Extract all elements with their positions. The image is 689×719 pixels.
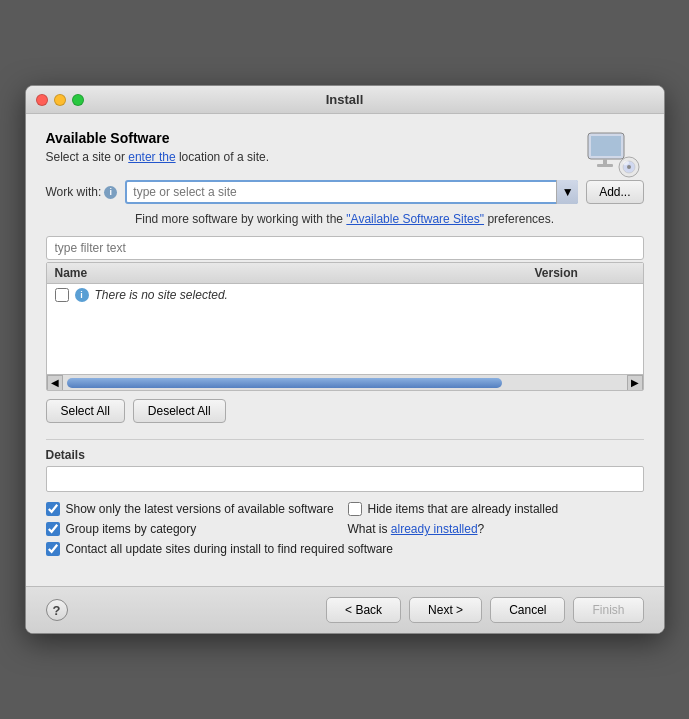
row-text: There is no site selected. xyxy=(95,288,228,302)
table-body: i There is no site selected. xyxy=(47,284,643,374)
back-button[interactable]: < Back xyxy=(326,597,401,623)
scroll-left-arrow[interactable]: ◀ xyxy=(47,375,63,391)
checkbox-row-3: Group items by category xyxy=(46,522,342,536)
svg-rect-3 xyxy=(597,164,613,167)
sites-prefix: Find more software by working with the xyxy=(135,212,343,226)
select-buttons-row: Select All Deselect All xyxy=(46,391,644,431)
already-installed-text: What is already installed? xyxy=(348,522,485,536)
row-info-icon: i xyxy=(75,288,89,302)
titlebar: Install xyxy=(26,86,664,114)
divider-1 xyxy=(46,439,644,440)
checkbox-row-5: Contact all update sites during install … xyxy=(46,542,644,556)
details-box xyxy=(46,466,644,492)
chevron-down-icon: ▼ xyxy=(562,185,574,199)
close-button[interactable] xyxy=(36,94,48,106)
table-header: Name Version xyxy=(47,263,643,284)
checkbox-contact-update-sites[interactable] xyxy=(46,542,60,556)
traffic-lights xyxy=(36,94,84,106)
maximize-button[interactable] xyxy=(72,94,84,106)
checkbox-row-1: Show only the latest versions of availab… xyxy=(46,502,342,516)
subtitle-plain: Select a site or xyxy=(46,150,129,164)
help-button[interactable]: ? xyxy=(46,599,68,621)
deselect-all-button[interactable]: Deselect All xyxy=(133,399,226,423)
minimize-button[interactable] xyxy=(54,94,66,106)
svg-rect-1 xyxy=(591,136,621,156)
dropdown-arrow[interactable]: ▼ xyxy=(556,180,578,204)
main-content: Available Software Select a site or ente… xyxy=(26,114,664,586)
info-badge: i xyxy=(104,186,117,199)
row-checkbox[interactable] xyxy=(55,288,69,302)
scrollbar-track[interactable] xyxy=(67,378,611,388)
header-section: Available Software Select a site or ente… xyxy=(46,130,644,180)
checkbox-latest-versions[interactable] xyxy=(46,502,60,516)
section-title: Available Software xyxy=(46,130,269,146)
section-subtitle: Select a site or enter the location of a… xyxy=(46,150,269,164)
svg-point-6 xyxy=(627,165,631,169)
checkbox-row-2: Hide items that are already installed xyxy=(348,502,644,516)
scrollbar-thumb[interactable] xyxy=(67,378,502,388)
cancel-button[interactable]: Cancel xyxy=(490,597,565,623)
install-window: Install Available Software Select a site… xyxy=(25,85,665,634)
checkboxes-section: Show only the latest versions of availab… xyxy=(46,502,644,556)
site-input[interactable] xyxy=(125,180,578,204)
subtitle-link[interactable]: enter the xyxy=(128,150,175,164)
select-all-button[interactable]: Select All xyxy=(46,399,125,423)
details-section: Details xyxy=(46,448,644,492)
checkbox-hide-installed[interactable] xyxy=(348,502,362,516)
window-title: Install xyxy=(326,92,364,107)
checkbox-label-contact-update-sites: Contact all update sites during install … xyxy=(66,542,394,556)
software-table: Name Version i There is no site selected… xyxy=(46,262,644,391)
table-row: i There is no site selected. xyxy=(47,284,643,306)
checkbox-label-hide-installed: Hide items that are already installed xyxy=(368,502,559,516)
work-with-row: Work with: i ▼ Add... xyxy=(46,180,644,204)
checkbox-row-4: What is already installed? xyxy=(348,522,644,536)
checkbox-label-latest-versions: Show only the latest versions of availab… xyxy=(66,502,334,516)
next-button[interactable]: Next > xyxy=(409,597,482,623)
add-button[interactable]: Add... xyxy=(586,180,643,204)
header-text: Available Software Select a site or ente… xyxy=(46,130,269,176)
subtitle-middle: location of a site. xyxy=(176,150,269,164)
filter-input[interactable] xyxy=(46,236,644,260)
site-input-wrapper: ▼ xyxy=(125,180,578,204)
software-sites-row: Find more software by working with the "… xyxy=(46,212,644,226)
already-installed-link[interactable]: already installed xyxy=(391,522,478,536)
checkbox-grid: Show only the latest versions of availab… xyxy=(46,502,644,536)
details-label: Details xyxy=(46,448,644,462)
col-name-header: Name xyxy=(55,266,535,280)
horizontal-scrollbar: ◀ ▶ xyxy=(47,374,643,390)
available-software-sites-link[interactable]: "Available Software Sites" xyxy=(346,212,484,226)
finish-button[interactable]: Finish xyxy=(573,597,643,623)
footer: ? < Back Next > Cancel Finish xyxy=(26,586,664,633)
sites-suffix: preferences. xyxy=(487,212,554,226)
scroll-right-arrow[interactable]: ▶ xyxy=(627,375,643,391)
checkbox-group-by-category[interactable] xyxy=(46,522,60,536)
col-version-header: Version xyxy=(535,266,635,280)
work-with-label: Work with: i xyxy=(46,185,118,199)
computer-icon xyxy=(584,130,644,180)
checkbox-label-group-by-category: Group items by category xyxy=(66,522,197,536)
